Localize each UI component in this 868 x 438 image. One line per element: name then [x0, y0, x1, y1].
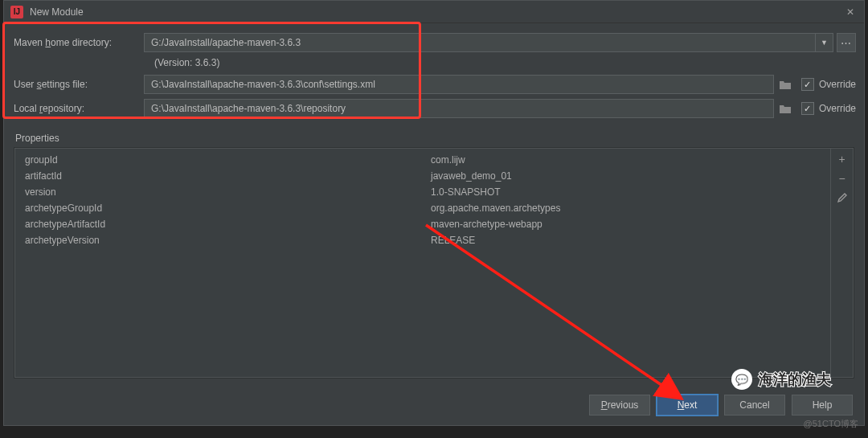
properties-side-toolbar: + −: [830, 149, 853, 377]
local-repo-override-label: Override: [819, 103, 856, 114]
wizard-button-bar: Previous Next Cancel Help: [589, 395, 853, 415]
folder-icon[interactable]: [776, 75, 795, 94]
site-watermark: @51CTO博客: [804, 418, 858, 430]
close-icon[interactable]: ✕: [841, 5, 859, 19]
plus-icon[interactable]: +: [835, 152, 850, 166]
app-icon: IJ: [10, 6, 23, 18]
cancel-button[interactable]: Cancel: [724, 395, 785, 415]
user-settings-override-checkbox[interactable]: ✓: [801, 78, 814, 91]
watermark: 💬 海洋的渔夫: [731, 369, 831, 390]
window-title: New Module: [30, 6, 841, 18]
properties-section-label: Properties: [4, 128, 864, 147]
minus-icon[interactable]: −: [835, 171, 850, 186]
table-row: archetypeArtifactIdmaven-archetype-webap…: [15, 216, 830, 232]
table-row: artifactIdjavaweb_demo_01: [15, 168, 830, 184]
folder-icon[interactable]: [776, 99, 795, 118]
local-repo-label: Local repository:: [14, 103, 144, 114]
properties-panel: groupIdcom.lijw artifactIdjavaweb_demo_0…: [14, 147, 854, 379]
maven-config-form: Maven home directory: ▼ ⋯ (Version: 3.6.…: [4, 23, 864, 128]
help-button[interactable]: Help: [792, 395, 853, 415]
table-row: archetypeVersionRELEASE: [15, 232, 830, 248]
table-row: archetypeGroupIdorg.apache.maven.archety…: [15, 200, 830, 216]
maven-home-dropdown[interactable]: ▼: [816, 33, 833, 52]
maven-version-text: (Version: 3.6.3): [14, 57, 856, 68]
maven-home-more-button[interactable]: ⋯: [837, 33, 856, 52]
next-button[interactable]: Next: [657, 395, 718, 415]
table-row: version1.0-SNAPSHOT: [15, 184, 830, 200]
titlebar: IJ New Module ✕: [4, 1, 864, 23]
local-repo-input[interactable]: [144, 99, 774, 118]
user-settings-label: User settings file:: [14, 79, 144, 90]
table-row: groupIdcom.lijw: [15, 152, 830, 168]
user-settings-input[interactable]: [144, 75, 774, 94]
chat-bubble-icon: 💬: [731, 369, 752, 390]
maven-home-input[interactable]: [144, 33, 816, 52]
new-module-dialog: IJ New Module ✕ Maven home directory: ▼ …: [3, 0, 865, 426]
local-repo-override-checkbox[interactable]: ✓: [801, 102, 814, 115]
previous-button[interactable]: Previous: [589, 395, 650, 415]
user-settings-override-label: Override: [819, 79, 856, 90]
properties-table[interactable]: groupIdcom.lijw artifactIdjavaweb_demo_0…: [15, 149, 830, 377]
edit-icon[interactable]: [835, 190, 850, 205]
maven-home-label: Maven home directory:: [14, 37, 144, 48]
